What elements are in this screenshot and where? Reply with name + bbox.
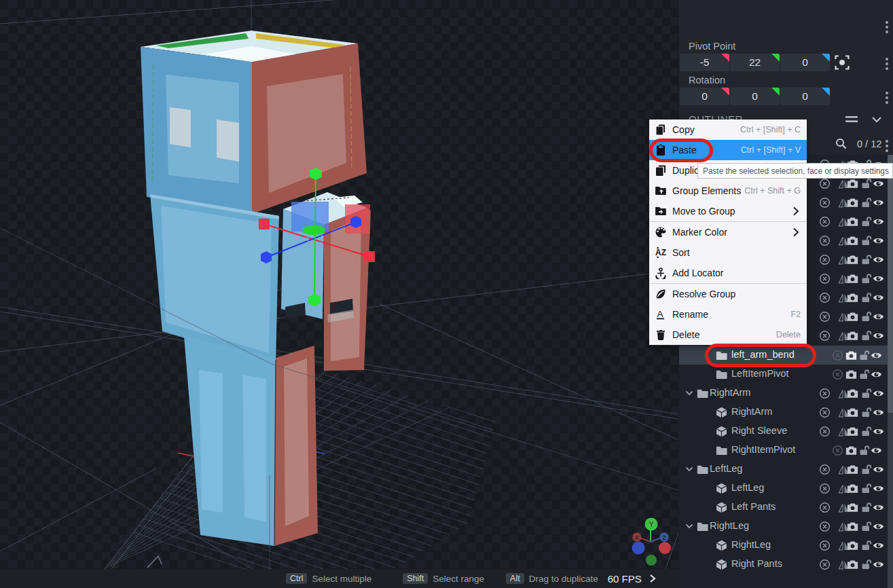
svg-text:AZ: AZ xyxy=(655,248,666,257)
svg-text:Y: Y xyxy=(649,520,653,528)
svg-text:X: X xyxy=(635,534,639,541)
svg-text:A: A xyxy=(657,309,663,319)
svg-text:Z: Z xyxy=(662,534,666,541)
